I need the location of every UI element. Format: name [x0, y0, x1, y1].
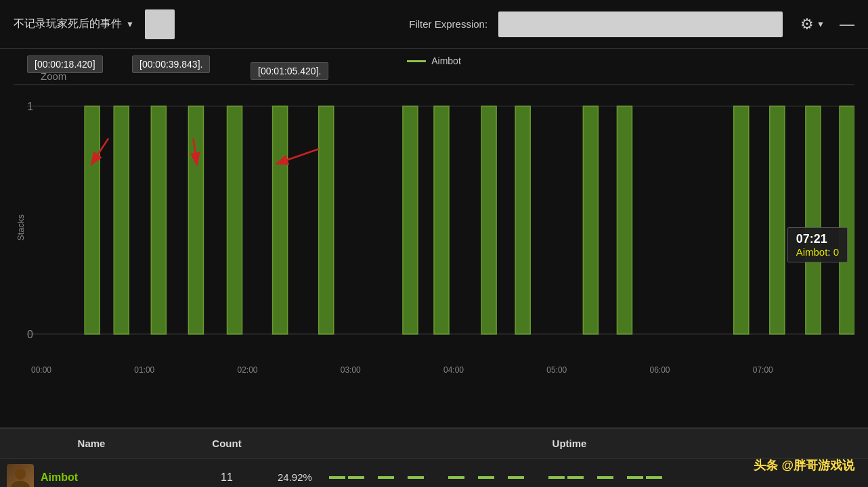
x-tick-1: 01:00	[133, 365, 236, 375]
legend-line	[407, 60, 426, 62]
x-tick-3: 03:00	[339, 365, 442, 375]
svg-rect-13	[481, 106, 496, 334]
svg-text:0: 0	[27, 328, 33, 340]
svg-rect-18	[770, 106, 785, 334]
zoom-divider	[14, 85, 854, 85]
chart-wrapper: Stacks 1 0	[14, 92, 854, 363]
table-row[interactable]: Aimbot 11 24.92%	[0, 459, 868, 487]
uptime-dash-4	[408, 476, 424, 479]
uptime-dash-5	[448, 476, 464, 479]
svg-rect-5	[114, 106, 129, 334]
avatar-inner	[7, 464, 34, 488]
svg-rect-4	[85, 106, 100, 334]
avatar	[7, 464, 34, 488]
uptime-dash-12	[646, 476, 662, 479]
chart-inner[interactable]: 1 0	[27, 92, 854, 363]
x-tick-5: 05:00	[545, 365, 648, 375]
svg-rect-6	[151, 106, 166, 334]
svg-rect-10	[319, 106, 334, 334]
x-tick-0: 00:00	[30, 365, 133, 375]
svg-rect-11	[403, 106, 418, 334]
th-count: Count	[183, 438, 271, 449]
chart-svg: 1 0	[27, 92, 854, 363]
chart-area: Aimbot Zoom [00:00:18.420] [00:00:39.843…	[0, 49, 868, 427]
time-tooltip-series: Aimbot: 0	[796, 246, 839, 258]
svg-rect-8	[227, 106, 242, 334]
x-tick-4: 04:00	[442, 365, 545, 375]
x-tick-2: 02:00	[236, 365, 339, 375]
uptime-dash-6	[478, 476, 494, 479]
title-dropdown[interactable]: 不记录玩家死后的事件 ▼	[14, 17, 134, 31]
svg-rect-9	[273, 106, 288, 334]
uptime-dash-8	[548, 476, 565, 479]
uptime-dash-9	[567, 476, 584, 479]
chart-legend: Aimbot	[14, 55, 854, 66]
dropdown-arrow-icon: ▼	[126, 20, 134, 29]
time-tooltip-time: 07:21	[796, 232, 839, 246]
uptime-pct: 24.92%	[278, 471, 325, 483]
filter-input[interactable]	[498, 11, 783, 37]
svg-text:1: 1	[27, 100, 33, 112]
th-uptime: Uptime	[271, 438, 868, 449]
uptime-dash-7	[508, 476, 524, 479]
tooltip-series-label: Aimbot	[796, 246, 828, 258]
table-area: Name Count Uptime Aimbot 11 24.92%	[0, 427, 868, 487]
uptime-bars	[329, 476, 861, 479]
title-text: 不记录玩家死后的事件	[14, 17, 122, 31]
svg-rect-20	[840, 106, 854, 334]
filter-label: Filter Expression:	[409, 18, 487, 30]
svg-rect-7	[188, 106, 203, 334]
svg-rect-19	[806, 106, 821, 334]
svg-rect-15	[583, 106, 598, 334]
th-name: Name	[0, 438, 183, 449]
td-count: 11	[183, 471, 271, 484]
table-header: Name Count Uptime	[0, 429, 868, 459]
row-name: Aimbot	[41, 471, 78, 484]
svg-rect-16	[617, 106, 632, 334]
td-name: Aimbot	[0, 464, 183, 488]
minimize-button[interactable]: —	[840, 16, 854, 33]
td-uptime: 24.92%	[271, 471, 868, 483]
x-axis: 00:00 01:00 02:00 03:00 04:00 05:00 06:0…	[30, 363, 854, 375]
svg-point-25	[15, 469, 26, 480]
svg-rect-14	[515, 106, 530, 334]
time-tooltip: 07:21 Aimbot: 0	[787, 227, 848, 262]
gear-button[interactable]: ⚙ ▼	[800, 16, 825, 33]
gear-icon: ⚙	[800, 16, 814, 33]
square-button[interactable]	[145, 9, 175, 39]
legend-label: Aimbot	[431, 55, 461, 66]
gear-dropdown-arrow: ▼	[817, 20, 825, 29]
top-bar: 不记录玩家死后的事件 ▼ Filter Expression: ⚙ ▼ —	[0, 0, 868, 49]
uptime-dash-2	[348, 476, 364, 479]
svg-rect-12	[434, 106, 449, 334]
uptime-dash-11	[627, 476, 643, 479]
tooltip-series-value: 0	[833, 246, 839, 258]
x-tick-6: 06:00	[649, 365, 752, 375]
svg-point-26	[11, 481, 30, 488]
y-axis-label: Stacks	[14, 92, 27, 363]
uptime-dash-10	[597, 476, 613, 479]
uptime-dash-1	[329, 476, 345, 479]
zoom-label: Zoom	[14, 70, 854, 82]
uptime-dash-3	[378, 476, 394, 479]
svg-rect-17	[734, 106, 749, 334]
x-tick-7: 07:00	[752, 365, 854, 375]
